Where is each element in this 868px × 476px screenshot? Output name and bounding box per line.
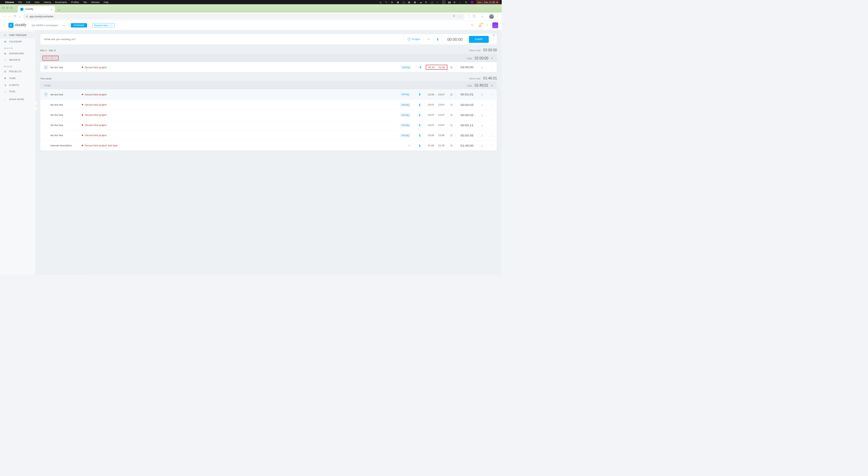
entry-duration[interactable]: 00:00:11 [455, 123, 478, 127]
entry-project[interactable]: Second test project [82, 93, 107, 96]
window-controls[interactable] [2, 7, 13, 9]
sidebar-item-reports[interactable]: ⫯ REPORTS › [0, 57, 35, 63]
play-icon[interactable]: ▷ [479, 144, 486, 147]
entry-times[interactable]: 23:07-23:07 [425, 124, 447, 127]
tray-icon[interactable]: ◯ [431, 1, 434, 4]
back-button[interactable]: ← [2, 14, 6, 18]
clock[interactable]: Sun 1 Dec 23 08 44 [476, 0, 499, 4]
entry-description[interactable]: tes tes hea [51, 124, 82, 127]
entry-description[interactable]: tes tes hea [51, 66, 82, 69]
entry-duration[interactable]: 02:00:00 [455, 65, 478, 69]
entry-times[interactable]: 23:07-23:07 [425, 113, 447, 116]
time-entry[interactable]: manual descriptionSecond test project: t… [40, 140, 497, 150]
request-demo-button[interactable]: Request demo × [92, 23, 114, 28]
start-time[interactable]: 23:07 [428, 103, 434, 106]
start-time[interactable]: 23:06 [428, 93, 434, 96]
logo[interactable]: C clockify [8, 23, 26, 28]
start-time[interactable]: 23:07 [428, 124, 434, 127]
entry-tag[interactable]: test tag [401, 66, 411, 69]
entry-description[interactable]: tes tes hea [51, 93, 82, 96]
calendar-icon[interactable]: ▦ [447, 113, 455, 116]
sidebar-item-projects[interactable]: ▤ PROJECTS [0, 68, 35, 75]
user-avatar[interactable] [492, 22, 498, 28]
entry-project[interactable]: Second test project [82, 103, 107, 106]
play-icon[interactable]: ▷ [479, 113, 486, 116]
bulk-edit-icon[interactable]: ▣ [491, 57, 493, 59]
notifications-icon[interactable]: 🔔1 [478, 23, 482, 27]
tray-icon[interactable]: ❉ [391, 1, 394, 4]
end-time[interactable]: 22:45 [438, 144, 445, 147]
new-tab-button[interactable]: + [56, 7, 61, 13]
billable-toggle[interactable]: $ [415, 66, 426, 69]
bookmark-icon[interactable]: ☆ [459, 15, 462, 18]
entry-duration[interactable]: 00:00:45 [455, 133, 478, 138]
extensions-icon[interactable]: ◳ [473, 14, 476, 18]
time-entry[interactable]: tes tes heaSecond test projecttest tag$2… [40, 99, 497, 110]
entry-tag[interactable]: test tag [400, 133, 411, 137]
sync-icon[interactable]: ↻ [471, 23, 474, 27]
end-time[interactable]: 23:06 [438, 134, 445, 137]
tray-icon[interactable]: ☁ [420, 1, 423, 4]
billable-toggle[interactable]: $ [414, 103, 425, 106]
forward-button[interactable]: → [8, 14, 12, 18]
entry-project[interactable]: Second test project [82, 66, 107, 69]
bluetooth-icon[interactable]: ⌖ [437, 1, 440, 4]
browser-tab[interactable]: Clockify × [18, 6, 55, 13]
billable-toggle[interactable]: $ [414, 144, 425, 147]
end-time[interactable]: 23:07 [438, 113, 445, 116]
end-time[interactable]: 02:00 [439, 66, 445, 69]
entry-menu[interactable]: ⋮ [486, 113, 497, 117]
entry-description[interactable]: tes tes hea [51, 134, 82, 137]
close-icon[interactable]: × [51, 8, 52, 11]
entry-menu[interactable]: ⋮ [486, 65, 497, 69]
tray-icon[interactable]: ◎ [380, 1, 383, 4]
sidebar-item-calendar[interactable]: ▦ CALENDAR [0, 38, 35, 45]
sidebar-item-timetracker[interactable]: ◴ TIME TRACKER [0, 32, 35, 39]
tray-icon[interactable]: ✎ [385, 1, 388, 4]
entry-duration[interactable]: 00:00:03 [455, 103, 478, 107]
entry-menu[interactable]: ⋮ [486, 103, 497, 107]
end-time[interactable]: 23:07 [438, 103, 445, 106]
timer-display[interactable]: 00:00:00 [442, 34, 468, 44]
collapse-sidebar-button[interactable]: « [34, 101, 37, 111]
play-icon[interactable]: ▷ [479, 103, 486, 106]
reload-button[interactable]: ⟳ [14, 14, 16, 18]
play-icon[interactable]: ▷ [479, 93, 486, 96]
eye-icon[interactable]: 👁 [453, 15, 456, 18]
entry-times[interactable]: 23:07-23:07 [425, 103, 447, 106]
apps-icon[interactable]: ⦙⦙⦙ [3, 23, 5, 27]
time-entry[interactable]: tes tes heaSecond test projecttest tag$2… [40, 110, 497, 120]
play-icon[interactable]: ▷ [479, 66, 486, 69]
entry-description[interactable]: tes tes hea [51, 103, 82, 106]
entry-menu[interactable]: ⋮ [486, 144, 497, 147]
entry-project[interactable]: Second test project: test task [82, 144, 117, 147]
start-time[interactable]: 23:07 [428, 113, 434, 116]
time-entry[interactable]: tes tes heaSecond test projecttest tag$2… [40, 130, 497, 140]
entry-description[interactable]: manual description [51, 144, 82, 147]
date-range[interactable]: Dec 2 - Dec 8 [40, 49, 56, 52]
close-icon[interactable]: × [110, 24, 113, 26]
chrome-menu[interactable]: ⋮ [496, 15, 499, 18]
calendar-icon[interactable]: ▦ [447, 93, 455, 96]
sidebar-item-team[interactable]: ⚉ TEAM [0, 75, 35, 82]
address-bar[interactable]: ⚙ app.clockify.me/tracker 👁 ☆ [23, 14, 465, 19]
calendar-icon[interactable]: ▦ [447, 103, 455, 106]
entry-menu[interactable]: ⋮ [486, 93, 497, 96]
entry-tag[interactable]: test tag [400, 123, 411, 127]
tag-picker[interactable]: 🏷 [424, 34, 433, 44]
play-icon[interactable]: ▷ [479, 124, 486, 127]
end-time[interactable]: 23:07 [438, 124, 445, 127]
start-time[interactable]: 00:30 [428, 66, 435, 69]
sidebar-item-dashboard[interactable]: ▣ DASHBOARD [0, 50, 35, 57]
tray-icon[interactable]: ⚙ [425, 1, 428, 4]
entry-project[interactable]: Second test project [82, 134, 107, 137]
workspace-name[interactable]: QA WERK's workspace [31, 24, 58, 27]
profile-avatar[interactable] [489, 14, 494, 19]
tray-icon[interactable]: ▦ [408, 1, 411, 4]
menu-bookmarks[interactable]: Bookmarks [55, 1, 67, 3]
siri-icon[interactable] [471, 1, 474, 3]
entry-count[interactable]: 2 [44, 65, 48, 70]
calendar-icon[interactable]: ▦ [447, 66, 455, 69]
billable-toggle[interactable]: $ [414, 124, 425, 127]
entry-project[interactable]: Second test project [82, 124, 107, 127]
